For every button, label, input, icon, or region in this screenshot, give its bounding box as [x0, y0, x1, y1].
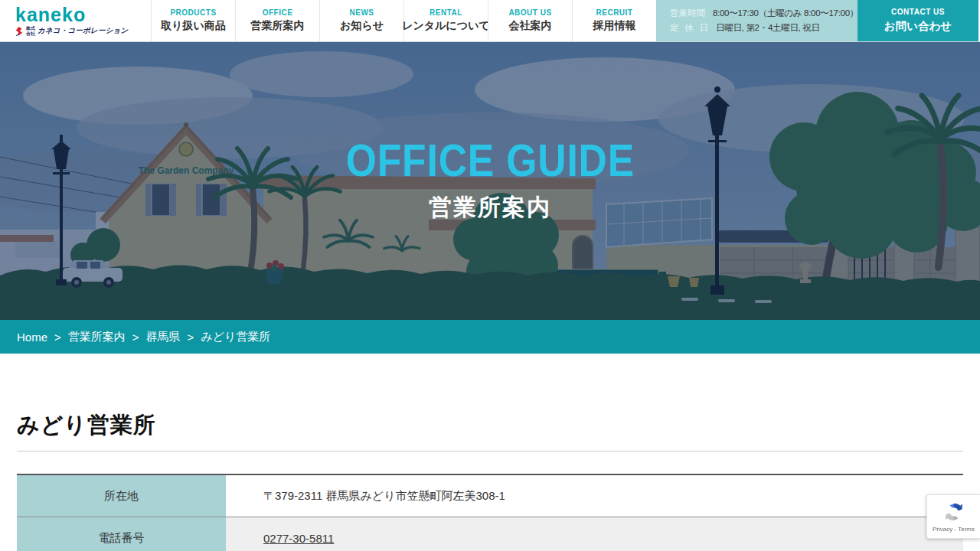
breadcrumb-office-guide[interactable]: 営業所案内: [68, 330, 126, 344]
logo-wordmark: kaneko: [15, 5, 151, 24]
address-value: 〒379-2311 群馬県みどり市笠懸町阿左美308-1: [226, 475, 963, 517]
office-info-table: 所在地 〒379-2311 群馬県みどり市笠懸町阿左美308-1 電話番号 02…: [17, 474, 963, 551]
contact-button[interactable]: CONTACT US お問い合わせ: [858, 0, 978, 41]
breadcrumb-home[interactable]: Home: [17, 331, 47, 344]
nav-item-about[interactable]: ABOUT US 会社案内: [488, 0, 572, 41]
nav-ja-label: 取り扱い商品: [161, 19, 226, 33]
breadcrumb-gunma[interactable]: 群馬県: [146, 330, 181, 344]
logo-runner-icon: [15, 27, 24, 36]
hours-label: 営業時間: [670, 8, 705, 19]
logo[interactable]: kaneko 株式 会社 カネコ・コーポレーション: [0, 0, 151, 41]
nav-item-rental[interactable]: RENTAL レンタルについて: [403, 0, 488, 41]
breadcrumb-separator: >: [188, 331, 194, 344]
nav-en-label: PRODUCTS: [170, 8, 216, 17]
nav-item-products[interactable]: PRODUCTS 取り扱い商品: [151, 0, 235, 41]
contact-ja-label: お問い合わせ: [884, 19, 952, 34]
page-title-ja: 営業所案内: [429, 192, 551, 223]
nav-item-recruit[interactable]: RECRUIT 採用情報: [572, 0, 656, 41]
closed-days-label: 定休日: [670, 22, 708, 34]
breadcrumb-current: みどり営業所: [201, 330, 270, 344]
recaptcha-icon: [942, 500, 965, 523]
phone-label: 電話番号: [17, 517, 226, 551]
office-heading: みどり営業所: [17, 354, 963, 452]
recaptcha-badge[interactable]: Privacy - Terms: [926, 494, 980, 539]
phone-value-cell: 0277-30-5811: [226, 517, 963, 551]
closed-days-value: 日曜日, 第2・4土曜日, 祝日: [716, 22, 820, 34]
breadcrumb: Home > 営業所案内 > 群馬県 > みどり営業所: [0, 320, 980, 354]
hero-titles: OFFICE GUIDE 営業所案内: [0, 42, 980, 320]
nav-item-office[interactable]: OFFICE 営業所案内: [235, 0, 319, 41]
logo-company-prefix: 株式 会社: [26, 26, 35, 36]
logo-company-name: カネコ・コーポレーション: [38, 26, 128, 36]
address-label: 所在地: [17, 475, 226, 517]
hours-value: 8:00〜17:30（土曜のみ 8:00〜17:00）: [713, 8, 858, 19]
nav-en-label: RECRUIT: [596, 8, 633, 17]
table-row: 所在地 〒379-2311 群馬県みどり市笠懸町阿左美308-1: [17, 475, 963, 517]
nav-item-news[interactable]: NEWS お知らせ: [319, 0, 403, 41]
main-content: みどり営業所 所在地 〒379-2311 群馬県みどり市笠懸町阿左美308-1 …: [0, 354, 980, 551]
table-row: 電話番号 0277-30-5811: [17, 517, 963, 551]
contact-en-label: CONTACT US: [891, 8, 945, 16]
page-title-en: OFFICE GUIDE: [345, 138, 634, 184]
recaptcha-privacy-terms[interactable]: Privacy - Terms: [933, 526, 975, 533]
nav-en-label: RENTAL: [430, 8, 462, 17]
hero-banner: The Garden Company: [0, 42, 980, 320]
phone-link[interactable]: 0277-30-5811: [263, 532, 334, 545]
nav-ja-label: 採用情報: [593, 19, 636, 33]
breadcrumb-separator: >: [54, 331, 61, 344]
breadcrumb-separator: >: [132, 331, 139, 344]
main-nav: PRODUCTS 取り扱い商品 OFFICE 営業所案内 NEWS お知らせ R…: [151, 0, 656, 41]
nav-ja-label: 会社案内: [509, 19, 552, 33]
nav-ja-label: お知らせ: [340, 19, 384, 33]
business-hours-panel: 営業時間 8:00〜17:30（土曜のみ 8:00〜17:00） 定休日 日曜日…: [656, 0, 858, 41]
nav-ja-label: 営業所案内: [251, 19, 305, 33]
nav-en-label: OFFICE: [263, 8, 293, 17]
nav-en-label: ABOUT US: [508, 8, 551, 17]
header: kaneko 株式 会社 カネコ・コーポレーション PRODUCTS 取り扱い商…: [0, 0, 980, 42]
nav-ja-label: レンタルについて: [402, 19, 490, 33]
nav-en-label: NEWS: [350, 8, 374, 17]
